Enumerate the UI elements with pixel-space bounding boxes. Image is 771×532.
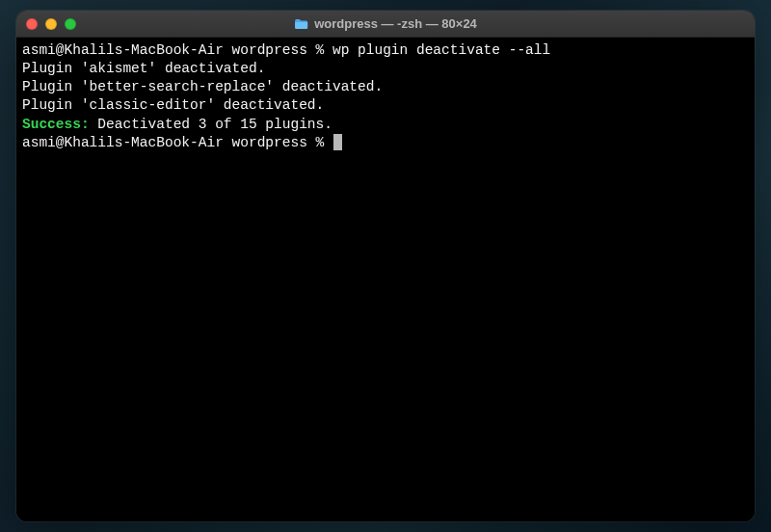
window-title-container: wordpress — -zsh — 80×24 xyxy=(294,16,477,31)
folder-icon xyxy=(294,18,308,30)
maximize-button[interactable] xyxy=(65,18,76,30)
success-label: Success: xyxy=(22,117,90,132)
titlebar[interactable]: wordpress — -zsh — 80×24 xyxy=(16,11,755,38)
traffic-lights xyxy=(26,18,76,30)
window-title: wordpress — -zsh — 80×24 xyxy=(314,16,477,31)
success-message: Deactivated 3 of 15 plugins. xyxy=(90,117,332,132)
minimize-button[interactable] xyxy=(45,18,57,30)
cursor xyxy=(333,134,342,150)
output-line-3: Plugin 'classic-editor' deactivated. xyxy=(22,96,749,115)
prompt-2: asmi@Khalils-MacBook-Air wordpress % xyxy=(22,135,332,150)
prompt-1: asmi@Khalils-MacBook-Air wordpress % xyxy=(22,42,332,58)
close-button[interactable] xyxy=(26,18,38,30)
command-1: wp plugin deactivate --all xyxy=(332,42,550,58)
terminal-output[interactable]: asmi@Khalils-MacBook-Air wordpress % wp … xyxy=(16,38,755,521)
terminal-window: wordpress — -zsh — 80×24 asmi@Khalils-Ma… xyxy=(16,11,755,521)
output-line-1: Plugin 'akismet' deactivated. xyxy=(22,60,749,78)
output-line-2: Plugin 'better-search-replace' deactivat… xyxy=(22,78,749,96)
